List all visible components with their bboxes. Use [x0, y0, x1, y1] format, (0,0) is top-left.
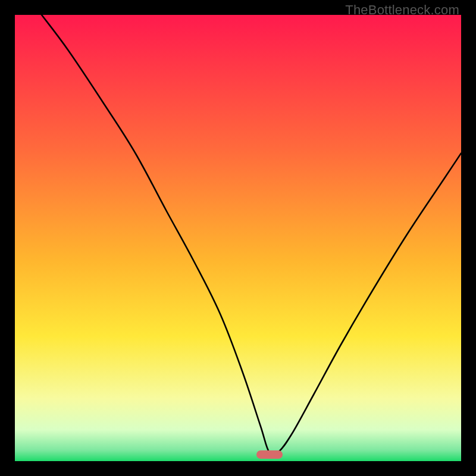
plot-area: [15, 15, 461, 461]
chart-frame: TheBottleneck.com: [0, 0, 476, 476]
optimal-marker: [256, 450, 283, 459]
bottleneck-curve: [15, 15, 461, 461]
